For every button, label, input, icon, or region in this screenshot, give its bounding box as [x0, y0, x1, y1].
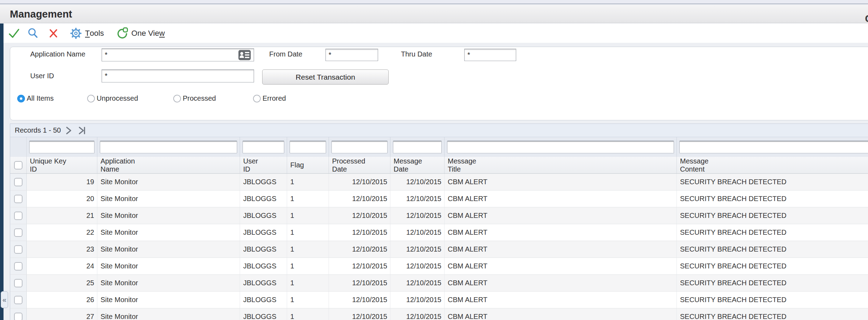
reset-transaction-button[interactable]: Reset Transaction	[262, 69, 389, 85]
last-page-icon[interactable]	[77, 125, 88, 136]
column-header-message_date[interactable]: MessageDate	[390, 157, 445, 173]
one-view-button[interactable]: One View	[131, 29, 165, 38]
cell-flag: 1	[287, 207, 329, 224]
cell-message_content: SECURITY BREACH DETECTED	[677, 174, 868, 190]
cell-unique_key_id: 23	[27, 241, 97, 258]
filter-input-flag[interactable]	[290, 141, 326, 153]
cell-message_content: SECURITY BREACH DETECTED	[677, 258, 868, 274]
grid-body: 19Site MonitorJBLOGGS112/10/201512/10/20…	[10, 174, 868, 320]
row-checkbox[interactable]	[14, 262, 22, 271]
filter-input-user_id[interactable]	[242, 141, 284, 153]
row-gutter-cell	[10, 191, 27, 207]
row-checkbox[interactable]	[14, 245, 22, 254]
cell-message_content: SECURITY BREACH DETECTED	[677, 308, 868, 320]
column-header-user_id[interactable]: UserID	[240, 157, 287, 173]
grid-header-row: Unique KeyIDApplicationNameUserIDFlagPro…	[10, 157, 868, 174]
table-row: 25Site MonitorJBLOGGS112/10/201512/10/20…	[10, 275, 868, 292]
filter-input-processed_date[interactable]	[331, 141, 388, 153]
cell-message_title: CBM ALERT	[445, 191, 677, 207]
cell-processed_date: 12/10/2015	[329, 207, 390, 224]
filter-input-unique_key_id[interactable]	[29, 141, 95, 153]
cell-application_name: Site Monitor	[97, 191, 240, 207]
filter-input-message_title[interactable]	[447, 141, 674, 153]
column-header-application_name[interactable]: ApplicationName	[97, 157, 240, 173]
row-checkbox[interactable]	[14, 195, 22, 203]
row-checkbox[interactable]	[14, 279, 22, 287]
application-name-input[interactable]: *	[102, 48, 254, 61]
search-icon[interactable]	[27, 27, 39, 40]
cell-message_title: CBM ALERT	[445, 275, 677, 291]
grid-filter-row	[10, 137, 868, 157]
collapse-panel-handle[interactable]: «	[1, 291, 8, 308]
radio-all-items[interactable]: All Items	[17, 94, 54, 102]
radio-errored[interactable]: Errored	[253, 94, 286, 102]
radio-all-items-circle[interactable]	[17, 95, 25, 102]
row-checkbox[interactable]	[14, 178, 22, 186]
title-bar: Management C	[0, 5, 868, 23]
filter-input-message_date[interactable]	[393, 141, 442, 153]
page-title: Management	[10, 8, 72, 20]
filter-cell-unique_key_id	[27, 137, 97, 157]
row-gutter-cell	[10, 258, 27, 274]
row-checkbox[interactable]	[14, 212, 22, 220]
table-row: 26Site MonitorJBLOGGS112/10/201512/10/20…	[10, 292, 868, 308]
cell-flag: 1	[287, 224, 329, 241]
visual-assist-icon[interactable]	[238, 50, 251, 60]
filter-cell-user_id	[240, 137, 287, 157]
cell-user_id: JBLOGGS	[240, 207, 287, 224]
from-date-input[interactable]: *	[325, 49, 378, 61]
next-page-icon[interactable]	[64, 125, 74, 136]
application-name-label: Application Name	[30, 50, 85, 58]
cell-processed_date: 12/10/2015	[329, 224, 390, 241]
records-bar: Records 1 - 50	[10, 124, 868, 137]
thru-date-input[interactable]: *	[464, 49, 516, 61]
cell-flag: 1	[287, 258, 329, 274]
row-gutter-cell	[10, 275, 27, 291]
cell-message_date: 12/10/2015	[390, 308, 445, 320]
cell-message_date: 12/10/2015	[390, 207, 445, 224]
radio-processed[interactable]: Processed	[173, 94, 216, 102]
column-header-message_content[interactable]: MessageContent	[677, 157, 868, 173]
tools-gear-icon[interactable]	[70, 27, 82, 40]
cell-application_name: Site Monitor	[97, 241, 240, 258]
table-row: 20Site MonitorJBLOGGS112/10/201512/10/20…	[10, 191, 868, 207]
radio-errored-circle[interactable]	[253, 95, 261, 102]
cell-application_name: Site Monitor	[97, 308, 240, 320]
column-header-flag[interactable]: Flag	[287, 157, 329, 173]
content-area: Application Name * From Date *	[4, 43, 868, 320]
row-checkbox[interactable]	[14, 313, 22, 320]
filter-input-message_content[interactable]	[679, 141, 868, 153]
cell-message_title: CBM ALERT	[445, 241, 677, 258]
row-checkbox[interactable]	[14, 296, 22, 304]
cell-message_title: CBM ALERT	[445, 174, 677, 190]
cancel-x-icon[interactable]	[47, 27, 60, 40]
cell-unique_key_id: 21	[27, 207, 97, 224]
column-header-message_title[interactable]: MessageTitle	[445, 157, 677, 173]
radio-unprocessed[interactable]: Unprocessed	[87, 94, 138, 102]
radio-unprocessed-circle[interactable]	[87, 95, 95, 102]
table-row: 23Site MonitorJBLOGGS112/10/201512/10/20…	[10, 241, 868, 258]
cell-flag: 1	[287, 191, 329, 207]
ok-check-icon[interactable]	[8, 27, 20, 40]
cell-flag: 1	[287, 174, 329, 190]
cell-user_id: JBLOGGS	[240, 308, 287, 320]
header-gutter-cell	[10, 157, 27, 173]
radio-processed-circle[interactable]	[173, 95, 181, 102]
cell-message_content: SECURITY BREACH DETECTED	[677, 275, 868, 291]
cell-application_name: Site Monitor	[97, 258, 240, 274]
tools-button[interactable]: Tools	[85, 29, 104, 38]
row-checkbox[interactable]	[14, 228, 22, 237]
column-header-unique_key_id[interactable]: Unique KeyID	[27, 157, 97, 173]
cell-application_name: Site Monitor	[97, 224, 240, 241]
cell-flag: 1	[287, 241, 329, 258]
cell-message_date: 12/10/2015	[390, 174, 445, 190]
cell-message_date: 12/10/2015	[390, 258, 445, 274]
filter-input-application_name[interactable]	[100, 141, 237, 153]
cell-processed_date: 12/10/2015	[329, 308, 390, 320]
cell-application_name: Site Monitor	[97, 207, 240, 224]
select-all-checkbox[interactable]	[14, 161, 22, 169]
cell-user_id: JBLOGGS	[240, 224, 287, 241]
column-header-processed_date[interactable]: ProcessedDate	[329, 157, 390, 173]
one-view-pie-icon[interactable]	[116, 27, 129, 40]
user-id-input[interactable]: *	[102, 69, 254, 82]
